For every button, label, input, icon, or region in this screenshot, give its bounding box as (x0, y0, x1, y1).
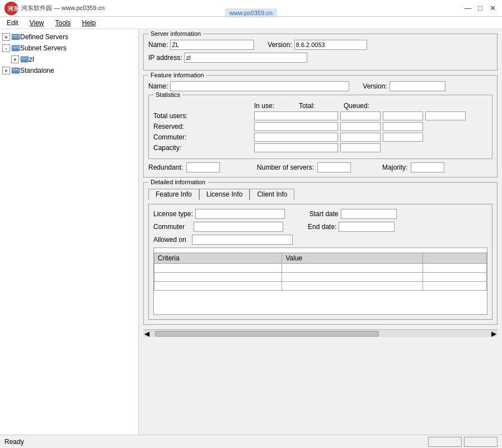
commuter-field-label: Commuter (153, 223, 185, 231)
subnet-server-icon (11, 44, 20, 53)
right-panel: Server information Name: Version: IP add… (139, 29, 502, 435)
majority-input[interactable] (411, 162, 444, 172)
tree-expand-subnet[interactable]: - (2, 44, 10, 52)
minimize-button[interactable]: — (463, 3, 473, 13)
svg-rect-11 (21, 58, 28, 59)
svg-rect-7 (12, 46, 19, 48)
commuter-input[interactable] (194, 222, 283, 232)
maximize-button[interactable]: □ (475, 3, 485, 13)
redundant-input[interactable] (186, 162, 220, 172)
status-btn-2[interactable] (464, 437, 498, 447)
feature-version-input[interactable] (390, 81, 445, 91)
server-version-input[interactable] (294, 40, 367, 50)
horizontal-scrollbar[interactable]: ◀ ▶ (143, 329, 498, 337)
license-type-label: License type: (153, 210, 193, 218)
tree-expand-defined[interactable]: + (2, 33, 10, 41)
svg-rect-16 (12, 71, 17, 71)
license-type-input[interactable] (195, 209, 285, 219)
header-total: Total: (299, 102, 344, 110)
scroll-right-btn[interactable]: ▶ (490, 330, 498, 338)
ip-label: IP address: (148, 54, 182, 62)
svg-point-13 (27, 59, 28, 60)
scroll-thumb[interactable] (155, 331, 379, 337)
feature-info-title: Feature information (148, 72, 206, 78)
reserved-total[interactable] (383, 122, 423, 131)
tab-feature-info[interactable]: Feature Info (148, 189, 199, 200)
svg-rect-15 (12, 69, 19, 70)
commuter-in-use[interactable] (340, 133, 381, 142)
standalone-icon (11, 66, 20, 75)
criteria-scroll-area[interactable]: Criteria Value (153, 248, 487, 315)
feature-version-label: Version: (363, 82, 387, 90)
name-label: Name: (148, 41, 168, 49)
allowed-on-row: Allowed on (153, 235, 487, 245)
close-button[interactable]: ✕ (487, 3, 498, 13)
license-type-row: License type: Start date (153, 209, 487, 219)
menu-help[interactable]: Help (80, 18, 98, 27)
tree-item-defined-servers[interactable]: + Defined Servers (0, 31, 138, 43)
server-group-icon (11, 32, 20, 41)
tab-client-info[interactable]: Client Info (250, 189, 294, 200)
statistics-title: Statistics (153, 91, 182, 98)
total-users-in-use[interactable] (340, 111, 381, 120)
allowed-on-label: Allowed on (153, 236, 186, 244)
tab-bar: Feature Info License Info Client Info (148, 188, 492, 199)
allowed-on-input[interactable] (192, 235, 293, 245)
tree-item-standalone[interactable]: + Standalone (0, 65, 138, 76)
title-bar: 河东 河东软件园 — www.pc0359.cn — □ ✕ (0, 0, 502, 17)
detailed-info-title: Detailed information (148, 179, 208, 185)
menu-edit[interactable]: Edit (4, 18, 21, 27)
statistics-group: Statistics In use: Total: Queued: Total … (148, 95, 492, 159)
num-servers-input[interactable] (317, 162, 351, 172)
criteria-table: Criteria Value (154, 253, 487, 291)
stats-row-capacity: Capacity: (153, 143, 487, 152)
stats-row-reserved: Reserved: (153, 122, 487, 131)
tree-item-zl[interactable]: + zl (9, 54, 138, 65)
svg-rect-12 (21, 59, 26, 60)
total-users-main[interactable] (254, 111, 338, 120)
capacity-in-use[interactable] (340, 143, 381, 152)
menu-view[interactable]: View (27, 18, 46, 27)
reserved-main[interactable] (254, 122, 338, 131)
commuter-main[interactable] (254, 133, 338, 142)
stats-row-commuter: Commuter: (153, 133, 487, 142)
total-users-total[interactable] (383, 111, 423, 120)
header-in-use: In use: (254, 102, 299, 110)
status-text: Ready (4, 438, 24, 446)
server-name-input[interactable] (170, 40, 254, 50)
feature-name-label: Name: (148, 82, 168, 90)
capacity-label: Capacity: (153, 144, 254, 152)
tree-label-zl: zl (29, 55, 34, 63)
feature-name-input[interactable] (170, 81, 349, 91)
criteria-tbody (154, 264, 487, 291)
end-date-input[interactable] (339, 222, 395, 232)
criteria-cell (154, 264, 282, 273)
capacity-main[interactable] (254, 143, 338, 152)
svg-rect-3 (12, 35, 19, 36)
stats-header-row: In use: Total: Queued: (153, 102, 487, 110)
svg-text:河东: 河东 (8, 6, 18, 12)
tree-expand-zl[interactable]: + (11, 55, 19, 63)
zl-server-icon (20, 55, 29, 64)
tree-expand-standalone[interactable]: + (2, 67, 10, 74)
scroll-left-btn[interactable]: ◀ (143, 330, 151, 338)
menu-tools[interactable]: Tools (53, 18, 73, 27)
commuter-total[interactable] (383, 133, 423, 142)
start-date-input[interactable] (341, 209, 397, 219)
tab-license-info[interactable]: License Info (199, 189, 250, 200)
tree-label-subnet-servers: Subnet Servers (20, 44, 67, 52)
extra-cell (423, 264, 486, 273)
commuter-label: Commuter: (153, 133, 254, 141)
title-bar-controls: — □ ✕ (463, 3, 498, 13)
svg-rect-8 (12, 48, 17, 49)
header-queued: Queued: (344, 102, 388, 110)
title-bar-title: 河东软件园 — www.pc0359.cn (21, 4, 463, 12)
ip-input[interactable] (184, 53, 307, 63)
detailed-info-group: Detailed information Feature Info Licens… (143, 182, 498, 325)
reserved-in-use[interactable] (340, 122, 381, 131)
tree-item-subnet-servers[interactable]: - Subnet Servers (0, 43, 138, 54)
status-btn-1[interactable] (428, 437, 462, 447)
menu-bar: Edit View Tools Help (0, 17, 502, 29)
criteria-empty-row-1 (154, 264, 487, 273)
total-users-queued[interactable] (425, 111, 466, 120)
